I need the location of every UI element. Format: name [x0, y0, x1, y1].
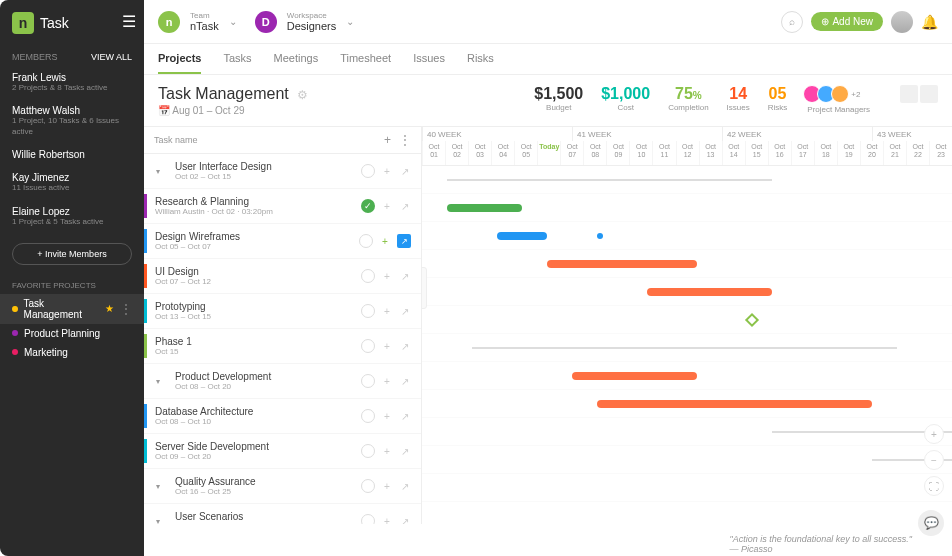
check-icon[interactable]: [361, 444, 375, 458]
member-item[interactable]: Matthew Walsh1 Project, 10 Tasks & 6 Iss…: [0, 101, 144, 145]
add-icon[interactable]: +: [381, 445, 393, 457]
fullscreen-icon[interactable]: ⛶: [924, 476, 944, 496]
tab-risks[interactable]: Risks: [467, 44, 494, 74]
day-column[interactable]: Oct03: [468, 141, 491, 165]
day-column[interactable]: Oct23: [929, 141, 952, 165]
collapse-icon[interactable]: ▾: [156, 167, 160, 176]
add-icon[interactable]: +: [381, 480, 393, 492]
day-column[interactable]: Oct11: [652, 141, 675, 165]
check-icon[interactable]: [361, 339, 375, 353]
external-icon[interactable]: ↗: [399, 270, 411, 282]
day-column[interactable]: Oct09: [606, 141, 629, 165]
link-icon[interactable]: ↗: [397, 234, 411, 248]
add-icon[interactable]: +: [381, 340, 393, 352]
day-column[interactable]: Oct18: [814, 141, 837, 165]
add-icon[interactable]: +: [381, 270, 393, 282]
collapse-icon[interactable]: ▾: [156, 517, 160, 525]
check-icon[interactable]: [361, 269, 375, 283]
day-column[interactable]: Oct19: [837, 141, 860, 165]
add-icon[interactable]: +: [381, 375, 393, 387]
member-item[interactable]: Kay Jimenez11 Issues active: [0, 168, 144, 201]
external-icon[interactable]: ↗: [399, 480, 411, 492]
member-item[interactable]: Elaine Lopez1 Project & 5 Tasks active: [0, 202, 144, 235]
task-row[interactable]: Database ArchitectureOct 08 – Oct 10+↗: [144, 399, 421, 434]
check-icon[interactable]: [359, 234, 373, 248]
day-column[interactable]: Oct13: [699, 141, 722, 165]
zoom-in-icon[interactable]: +: [924, 424, 944, 444]
check-icon[interactable]: [361, 374, 375, 388]
gantt-bar[interactable]: [572, 372, 697, 380]
day-column[interactable]: Oct07: [560, 141, 583, 165]
team-badge[interactable]: n: [158, 11, 180, 33]
add-new-button[interactable]: ⊕Add New: [811, 12, 883, 31]
collapse-icon[interactable]: ▾: [156, 482, 160, 491]
more-icon[interactable]: ⋮: [120, 302, 132, 316]
zoom-out-icon[interactable]: −: [924, 450, 944, 470]
grid-view-icon[interactable]: [900, 85, 918, 103]
check-icon[interactable]: [361, 164, 375, 178]
check-icon[interactable]: ✓: [361, 199, 375, 213]
gantt-chart[interactable]: 40 WEEK41 WEEK42 WEEK43 WEEK Oct01Oct02O…: [422, 127, 952, 524]
check-icon[interactable]: [361, 479, 375, 493]
add-icon[interactable]: +: [381, 165, 393, 177]
invite-members-button[interactable]: + Invite Members: [12, 243, 132, 265]
external-icon[interactable]: ↗: [399, 375, 411, 387]
search-icon[interactable]: ⌕: [781, 11, 803, 33]
gantt-summary-bar[interactable]: [472, 347, 897, 349]
view-all-link[interactable]: View All: [91, 52, 132, 62]
add-icon[interactable]: +: [381, 305, 393, 317]
day-column[interactable]: Oct20: [860, 141, 883, 165]
hide-panel-button[interactable]: ◂ Hide: [422, 267, 427, 309]
gear-icon[interactable]: ⚙: [297, 88, 308, 102]
tab-timesheet[interactable]: Timesheet: [340, 44, 391, 74]
task-row[interactable]: ▾Quality AssuranceOct 16 – Oct 25+↗: [144, 469, 421, 504]
gantt-summary-bar[interactable]: [447, 179, 772, 181]
gantt-bar[interactable]: [547, 260, 697, 268]
member-item[interactable]: Willie Robertson: [0, 145, 144, 168]
task-row[interactable]: Server Side DevelopmentOct 09 – Oct 20+↗: [144, 434, 421, 469]
more-icon[interactable]: ⋮: [399, 133, 411, 147]
favorite-project-item[interactable]: Task Management★⋮: [0, 294, 144, 324]
external-icon[interactable]: ↗: [399, 340, 411, 352]
day-column[interactable]: Oct04: [491, 141, 514, 165]
day-column[interactable]: Oct22: [906, 141, 929, 165]
add-task-icon[interactable]: +: [384, 133, 391, 147]
add-icon[interactable]: +: [381, 410, 393, 422]
day-column[interactable]: Oct17: [791, 141, 814, 165]
favorite-project-item[interactable]: Marketing: [0, 343, 144, 362]
chevron-down-icon[interactable]: ⌄: [229, 16, 237, 27]
gantt-bar[interactable]: [597, 400, 872, 408]
task-row[interactable]: UI DesignOct 07 – Oct 12+↗: [144, 259, 421, 294]
external-icon[interactable]: ↗: [399, 410, 411, 422]
task-row[interactable]: PrototypingOct 13 – Oct 15+↗: [144, 294, 421, 329]
tab-tasks[interactable]: Tasks: [223, 44, 251, 74]
day-column[interactable]: Oct05: [514, 141, 537, 165]
member-item[interactable]: Frank Lewis2 Projects & 8 Tasks active: [0, 68, 144, 101]
day-column[interactable]: Oct08: [583, 141, 606, 165]
favorite-project-item[interactable]: Product Planning: [0, 324, 144, 343]
day-column[interactable]: Oct02: [445, 141, 468, 165]
external-icon[interactable]: ↗: [399, 200, 411, 212]
list-view-icon[interactable]: [920, 85, 938, 103]
day-column[interactable]: Oct15: [745, 141, 768, 165]
gantt-bar[interactable]: [447, 204, 522, 212]
external-icon[interactable]: ↗: [399, 515, 411, 524]
menu-toggle-icon[interactable]: ☰: [122, 12, 136, 31]
view-toggle[interactable]: [900, 85, 938, 103]
day-column[interactable]: Oct01: [422, 141, 445, 165]
check-icon[interactable]: [361, 409, 375, 423]
day-column[interactable]: Today: [537, 141, 560, 165]
check-icon[interactable]: [361, 514, 375, 524]
day-column[interactable]: Oct14: [722, 141, 745, 165]
task-row[interactable]: Research & PlanningWilliam Austin · Oct …: [144, 189, 421, 224]
collapse-icon[interactable]: ▾: [156, 377, 160, 386]
task-row[interactable]: ▾Product DevelopmentOct 08 – Oct 20+↗: [144, 364, 421, 399]
day-column[interactable]: Oct12: [676, 141, 699, 165]
tab-issues[interactable]: Issues: [413, 44, 445, 74]
user-avatar[interactable]: [891, 11, 913, 33]
gantt-milestone[interactable]: [745, 313, 759, 327]
task-row[interactable]: ▾User Interface DesignOct 02 – Oct 15+↗: [144, 154, 421, 189]
gantt-bar[interactable]: [647, 288, 772, 296]
gantt-bar[interactable]: [497, 232, 547, 240]
add-icon[interactable]: +: [381, 515, 393, 524]
